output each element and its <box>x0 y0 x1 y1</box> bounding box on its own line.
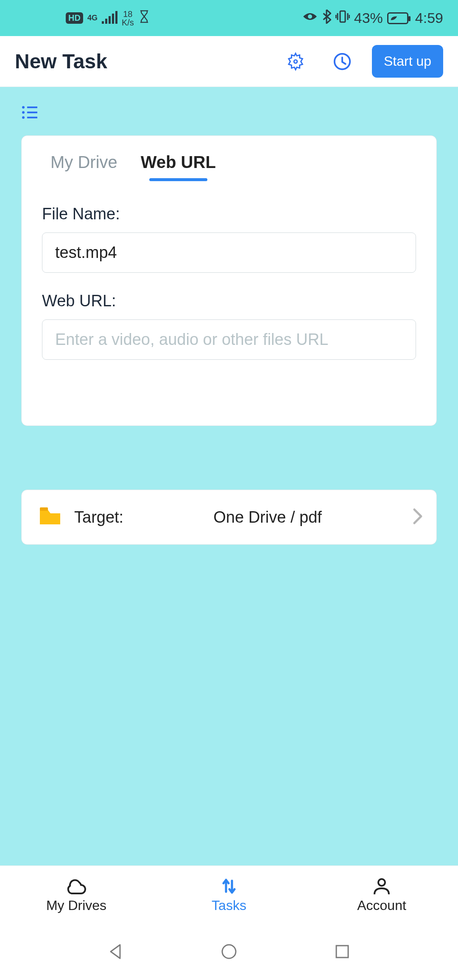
svg-point-8 <box>22 116 25 119</box>
hd-badge: HD <box>66 12 83 24</box>
app-header: New Task Start up <box>0 36 458 87</box>
svg-rect-10 <box>40 507 48 511</box>
settings-icon[interactable] <box>279 45 313 78</box>
system-nav-bar <box>0 925 458 980</box>
battery-icon <box>387 12 408 24</box>
target-value: One Drive / pdf <box>136 508 399 526</box>
list-toggle[interactable] <box>0 87 458 135</box>
svg-point-2 <box>294 60 297 63</box>
nav-back-icon[interactable] <box>106 942 125 963</box>
battery-percent: 43% <box>354 10 383 26</box>
status-right: 43% 4:59 <box>302 9 443 27</box>
file-name-input[interactable] <box>42 232 416 273</box>
status-time: 4:59 <box>415 10 443 26</box>
speed-unit: K/s <box>122 18 134 27</box>
tab-account[interactable]: Account <box>305 866 458 925</box>
nav-home-icon[interactable] <box>220 942 238 963</box>
chevron-right-icon <box>412 508 424 526</box>
nav-recent-icon[interactable] <box>333 942 352 963</box>
svg-point-12 <box>222 945 236 958</box>
svg-rect-9 <box>27 117 37 118</box>
file-name-label: File Name: <box>42 205 416 223</box>
target-row[interactable]: Target: One Drive / pdf <box>21 490 437 545</box>
source-tabs: My Drive Web URL <box>34 153 424 179</box>
folder-icon <box>39 506 61 529</box>
network-type: 4G <box>87 14 98 21</box>
web-url-label: Web URL: <box>42 292 416 310</box>
svg-point-4 <box>22 106 25 109</box>
source-card: My Drive Web URL File Name: Web URL: <box>21 135 437 426</box>
tab-web-url[interactable]: Web URL <box>141 153 216 179</box>
tab-tasks[interactable]: Tasks <box>153 866 305 925</box>
tab-my-drives[interactable]: My Drives <box>0 866 153 925</box>
svg-point-6 <box>22 111 25 114</box>
vibrate-icon <box>335 9 350 27</box>
speed-value: 18 <box>123 10 132 18</box>
startup-button[interactable]: Start up <box>372 45 443 78</box>
web-url-input[interactable] <box>42 319 416 360</box>
svg-point-0 <box>308 14 312 19</box>
tab-account-label: Account <box>357 898 406 913</box>
svg-rect-13 <box>336 946 348 958</box>
status-left: HD 4G 18 K/s <box>66 10 150 27</box>
bottom-tab-bar: My Drives Tasks Account <box>0 865 458 925</box>
tab-my-drives-label: My Drives <box>46 898 106 913</box>
svg-rect-5 <box>27 106 37 108</box>
hourglass-icon <box>138 10 150 26</box>
svg-point-11 <box>378 879 385 886</box>
page-title: New Task <box>15 50 266 73</box>
svg-rect-1 <box>340 11 345 22</box>
tab-my-drive[interactable]: My Drive <box>50 153 117 179</box>
network-speed: 18 K/s <box>122 10 134 27</box>
signal-icon <box>102 13 117 24</box>
status-bar: HD 4G 18 K/s 43% 4:59 <box>0 0 458 36</box>
clock-icon[interactable] <box>325 45 359 78</box>
tab-tasks-label: Tasks <box>212 898 246 913</box>
bluetooth-icon <box>322 9 331 27</box>
target-label: Target: <box>74 508 123 526</box>
svg-rect-7 <box>27 112 37 113</box>
content-area: My Drive Web URL File Name: Web URL: Tar… <box>0 87 458 545</box>
spacer <box>0 545 458 865</box>
eye-icon <box>302 11 318 25</box>
